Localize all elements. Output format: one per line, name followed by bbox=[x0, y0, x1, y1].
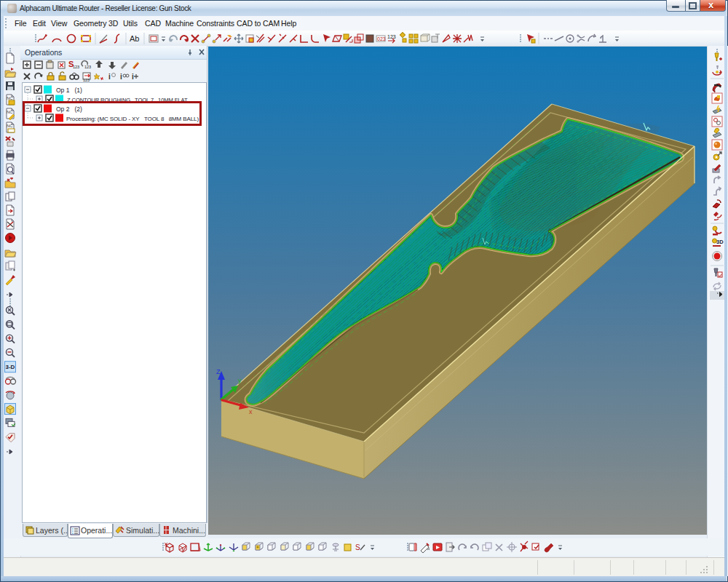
svg-text:NC: NC bbox=[7, 96, 13, 100]
svg-text:i: i bbox=[120, 73, 122, 81]
svg-text:3-D: 3-D bbox=[6, 364, 15, 370]
svg-text:023: 023 bbox=[377, 36, 386, 41]
svg-text:Z: Z bbox=[216, 368, 221, 375]
svg-text:i: i bbox=[132, 73, 134, 81]
svg-text:NC: NC bbox=[7, 124, 13, 128]
svg-text:S: S bbox=[355, 543, 360, 551]
svg-text:123: 123 bbox=[84, 65, 91, 69]
svg-text:NC: NC bbox=[7, 110, 13, 114]
svg-text:123: 123 bbox=[73, 65, 79, 69]
svg-text:3D: 3D bbox=[716, 239, 724, 245]
svg-text:Ab: Ab bbox=[130, 34, 139, 43]
svg-text:123: 123 bbox=[387, 34, 396, 39]
svg-text:i: i bbox=[108, 73, 111, 81]
svg-text:Op 1 (1): Op 1 (1) bbox=[56, 87, 82, 94]
svg-text:y: y bbox=[238, 377, 242, 384]
svg-text:x: x bbox=[249, 408, 253, 415]
